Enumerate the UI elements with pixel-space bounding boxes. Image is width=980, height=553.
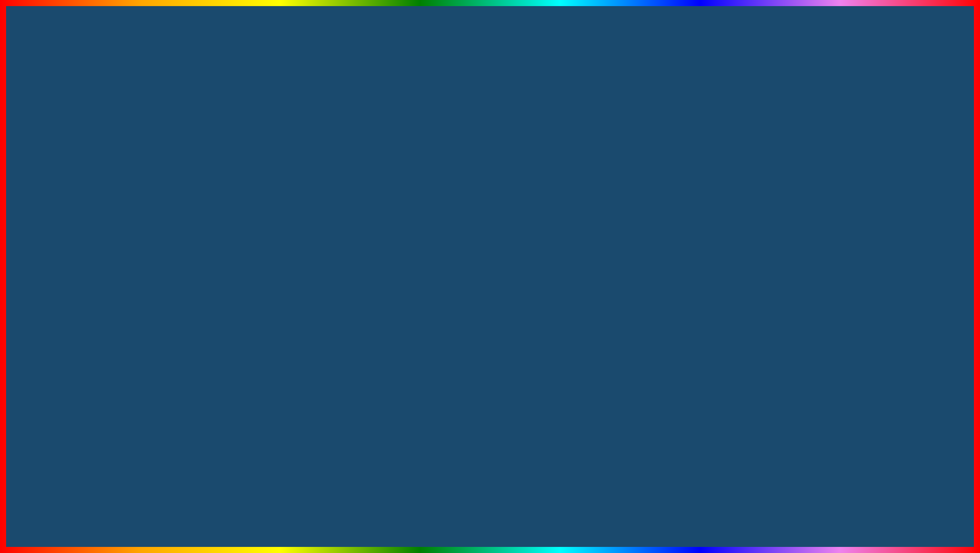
not-found-x-icon: ✗	[518, 259, 524, 267]
gear-icon[interactable]: ⚙️	[117, 269, 131, 283]
user-info: XxArSendxX (Sky) Health : 12345/12345 St…	[93, 175, 293, 218]
sea-beasts-title: Z ZEN HUB | BLOX FRUIT	[173, 264, 267, 273]
right-face-icon[interactable]: 😊	[774, 326, 787, 338]
right-window-controls: 🎮 ✕	[907, 154, 929, 164]
mirage-icon-2: ⚡	[430, 292, 445, 307]
mirage-icon-3: ⚡	[430, 313, 445, 328]
title-fruits: FRUITS	[464, 15, 742, 109]
mirage-content: 🌕 Full Moon 50% 👤 Mirage Island Not Foun…	[422, 240, 558, 339]
auto-mirage-option: ⚡ Auto Mirage Island	[430, 272, 550, 287]
right-window-subheader: Race V4 Auto Trials	[668, 168, 936, 189]
auto-mirage-hop-option: ⚡ Auto Mirage Island [HOP]	[430, 292, 550, 307]
mirage-checkbox-1[interactable]	[540, 274, 550, 285]
right-close-button[interactable]: ✕	[923, 154, 929, 164]
sea-beasts-close-button[interactable]: ✕	[313, 263, 320, 273]
beast-left-1: 🐉 Auto Sea Beast	[174, 302, 245, 323]
right-window-title-text: ZEN HUB | BLOX FRUIT	[689, 155, 769, 163]
bf-logo-svg	[863, 448, 934, 509]
bf-logo-section: BLOX FRUITS	[848, 438, 950, 538]
health-bar: Health : 12345/12345	[93, 187, 293, 199]
sea-beasts-title-text: ZEN HUB | BLOX FRUIT	[186, 264, 267, 272]
auto-complete-rabbit-btn[interactable]: Auto Complete Rabbit Trial	[807, 217, 928, 234]
main-title: BLOX FRUITS	[0, 15, 980, 109]
left-window-title-text: ZEN HUB | BLOX FRUIT	[64, 155, 145, 163]
pink-ball-1	[330, 193, 371, 233]
teleport-safe-zone-btn[interactable]: Teleport To Safe Zone When Pvp (Must Be …	[807, 259, 928, 283]
username: XxArSendxX (Sky)	[93, 175, 293, 183]
bottom-farm-text: FARM	[192, 472, 343, 533]
bf-logo-ox: OX	[898, 520, 909, 528]
beast-label-2: Auto Sea Beast Hop	[199, 340, 259, 348]
health-bar-bg	[93, 195, 293, 199]
svg-rect-7	[903, 486, 906, 491]
beast-label-1: Auto Sea Beast	[199, 309, 245, 317]
bottom-pastebin-text: PASTEBIN	[493, 481, 675, 523]
beast-checkbox-1[interactable]	[309, 307, 319, 318]
bf-logo-fruits: FRUITS	[884, 529, 913, 537]
auto-sea-beast-row: 🐉 Auto Sea Beast	[174, 297, 319, 328]
teleport-great-tree-btn[interactable]: Teleport To Top Of GreatTree	[676, 195, 797, 213]
auto-trials-header: Auto Trials	[810, 175, 928, 183]
auto-complete-cyborg-btn[interactable]: Auto Complete Cyborg Trial	[807, 238, 928, 255]
svg-point-3	[902, 467, 910, 475]
mirage-titlebar: — \\ Mirage Island // —	[422, 224, 558, 240]
svg-rect-9	[889, 450, 909, 459]
sea-beasts-content: \\ Sea Beasts // 🐉 Auto Sea Beast 🐉 Auto…	[166, 278, 327, 365]
right-user-icon[interactable]: 👤	[900, 326, 913, 338]
right-cart-icon[interactable]: 🛒	[817, 326, 830, 338]
right-grid-icon[interactable]: ⠿	[735, 326, 743, 338]
right-bottom-icons: 🎯 ⠿ 😊 🛒 ⊞ 👤	[668, 320, 936, 343]
stamina-label: Stamina : 12345/12345	[93, 202, 293, 210]
left-window-title: Z ZEN HUB | BLOX FRUIT	[51, 155, 145, 164]
sea-beasts-section-header: \\ Sea Beasts //	[174, 284, 319, 291]
sea-beasts-zen-badge: Z	[173, 264, 182, 273]
discord-icon[interactable]: 🎮	[273, 154, 283, 164]
auto-complete-angel-btn[interactable]: Auto Complete Angel Trial	[807, 195, 928, 213]
title-blox: BLOX	[238, 15, 453, 109]
beast-checkbox-2[interactable]	[309, 338, 319, 349]
full-moon-label: Full Moon 50%	[442, 247, 486, 254]
mirage-left-1: ⚡ Auto Mirage Island	[430, 272, 500, 287]
teleport-pvp-zone-btn[interactable]: Teleport Pvp Zone (Must Be in Temple Of …	[807, 287, 928, 310]
mirage-checkbox-2[interactable]	[540, 295, 550, 305]
right-window-titlebar: Z ZEN HUB | BLOX FRUIT 🎮 ✕	[668, 150, 936, 168]
bounty-currency: Bounty : 1392193	[52, 249, 293, 257]
person-status-icon: 👤	[430, 259, 438, 267]
bottom-auto-text: AUTO	[41, 472, 185, 533]
mirage-option-label-2: Auto Mirage Island [HOP]	[449, 296, 518, 303]
right-main-window: Z ZEN HUB | BLOX FRUIT 🎮 ✕ Race V4 Auto …	[668, 150, 937, 343]
mirage-option-label-1: Auto Mirage Island	[449, 276, 500, 283]
full-moon-status: 🌕 Full Moon 50%	[430, 247, 550, 254]
right-window-title: Z ZEN HUB | BLOX FRUIT	[675, 155, 769, 164]
right-col-right: Auto Complete Angel Trial Auto Complete …	[807, 195, 928, 314]
right-target-icon[interactable]: 🎯	[692, 326, 704, 338]
sea-beasts-titlebar: Z ZEN HUB | BLOX FRUIT 🎮 ✕	[166, 259, 327, 278]
auto-sea-beast-hop-row: 🐉 Auto Sea Beast Hop	[174, 328, 319, 359]
zen-z-badge: Z	[51, 155, 60, 164]
mirage-title-text: — \\ Mirage Island // —	[429, 228, 505, 236]
teleport-temple-btn[interactable]: Teleport To Timple Of Time	[676, 217, 797, 234]
chest-icon[interactable]: 🎒	[69, 269, 83, 283]
right-apps-icon[interactable]: ⊞	[861, 326, 869, 338]
svg-rect-6	[897, 486, 901, 491]
svg-point-2	[887, 467, 895, 475]
sea-beasts-controls: 🎮 ✕	[298, 263, 320, 273]
svg-line-12	[891, 505, 893, 507]
right-col-left: Teleport To Top Of GreatTree Teleport To…	[676, 195, 797, 314]
mirage-left-3: ⚡ Teleport To Gear	[430, 313, 495, 328]
beast-left-2: 🐉 Auto Sea Beast Hop	[174, 333, 259, 354]
svg-line-13	[904, 505, 907, 507]
sea-beasts-discord-icon[interactable]: 🎮	[298, 263, 308, 273]
close-button[interactable]: ✕	[288, 154, 295, 164]
left-window-controls: 🎮 ✕	[273, 154, 295, 164]
right-zen-z-badge: Z	[675, 155, 685, 164]
health-label: Health : 12345/12345	[93, 187, 293, 194]
bell-currency: Bell : 60756374	[52, 230, 293, 237]
svg-point-4	[897, 476, 901, 479]
right-discord-icon[interactable]: 🎮	[907, 154, 918, 164]
beast-icon-2: 🐉	[174, 333, 194, 354]
right-content: Teleport To Top Of GreatTree Teleport To…	[668, 189, 936, 320]
race-v4-header: Race V4	[676, 175, 795, 183]
stamina-bar: Stamina : 12345/12345	[93, 202, 293, 215]
mirage-checkbox-3[interactable]	[540, 315, 550, 325]
